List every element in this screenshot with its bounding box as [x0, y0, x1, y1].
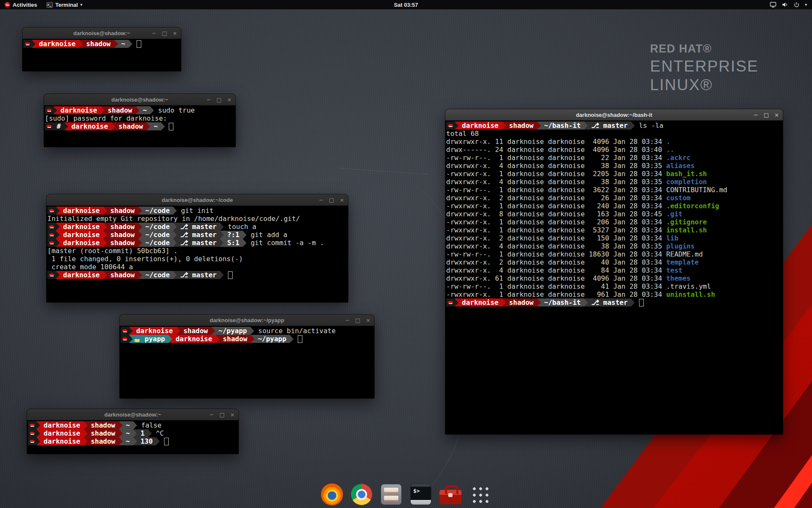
- powerline-separator-icon: [584, 121, 588, 130]
- terminal-text: ls -la: [635, 121, 663, 130]
- powerline-separator-icon: [211, 327, 215, 335]
- prompt-segment: darknoise: [40, 421, 84, 429]
- powerline-separator-icon: [56, 239, 60, 247]
- prompt-segment: ~: [123, 437, 134, 445]
- terminal-text: drwx------. 24 darknoise darknoise 4096 …: [446, 146, 666, 154]
- clock[interactable]: Sat 03:57: [394, 2, 418, 8]
- window-title: darknoise@shadow:~/bash-it: [576, 112, 653, 118]
- close-button[interactable]: ×: [230, 412, 235, 417]
- powerline-separator-icon: [133, 421, 137, 429]
- powerline-separator-icon: [173, 231, 177, 239]
- terminal-content[interactable]: darknoiseshadow~/code git initInitialize…: [47, 206, 348, 302]
- toolbox-icon[interactable]: [439, 483, 461, 505]
- terminal-content[interactable]: darknoiseshadow~: [22, 39, 181, 71]
- terminal-text: ^C: [152, 429, 164, 437]
- powerline-separator-icon: [133, 437, 137, 445]
- terminal-text: create mode 100644 a: [47, 263, 133, 271]
- prompt-segment: darknoise: [60, 271, 103, 279]
- system-status-area[interactable]: ▾: [765, 0, 812, 9]
- firefox-icon[interactable]: [321, 483, 343, 505]
- redhat-icon: [28, 429, 36, 437]
- prompt-segment: ⎇ master: [177, 231, 220, 239]
- terminal-text: .editorconfig: [666, 202, 719, 210]
- terminal-line: darknoiseshadow~1 ^C: [28, 429, 239, 437]
- maximize-button[interactable]: □: [217, 97, 222, 102]
- window-titlebar[interactable]: darknoise@shadow:~ − □ ×: [27, 409, 239, 420]
- window-titlebar[interactable]: darknoise@shadow:~/pyapp − □ ×: [120, 315, 374, 326]
- prompt-segment: darknoise: [133, 327, 176, 335]
- maximize-button[interactable]: □: [355, 318, 360, 323]
- files-icon[interactable]: [380, 483, 402, 505]
- terminal-icon[interactable]: $>: [410, 483, 432, 505]
- display-icon: [770, 2, 776, 8]
- powerline-separator-icon: [129, 327, 133, 335]
- terminal-text: false: [137, 421, 162, 429]
- minimize-button[interactable]: −: [319, 197, 324, 203]
- terminal-text: aliases: [666, 162, 694, 170]
- powerline-separator-icon: [103, 239, 107, 247]
- powerline-separator-icon: [32, 40, 36, 48]
- terminal-line: darknoiseshadow~/code⎇ master: [47, 271, 348, 279]
- powerline-separator-icon: [148, 429, 152, 437]
- terminal-line: darknoiseshadow~/code git init: [47, 207, 348, 215]
- chrome-icon[interactable]: [351, 483, 373, 505]
- terminal-text: .ackrc: [666, 154, 691, 162]
- maximize-button[interactable]: □: [219, 412, 225, 417]
- terminal-text: custom: [666, 194, 691, 202]
- prompt-segment: ⎇ master: [177, 271, 220, 279]
- terminal-text: sudo true: [154, 106, 195, 114]
- close-button[interactable]: ×: [366, 318, 370, 323]
- maximize-button[interactable]: □: [162, 30, 167, 36]
- terminal-line: drwxrwxr-x. 8 darknoise darknoise 163 Ja…: [446, 210, 783, 218]
- powerline-separator-icon: [220, 231, 224, 239]
- terminal-line: darknoiseshadow~/bash-it⎇ master: [446, 298, 783, 306]
- powerline-separator-icon: [631, 121, 635, 130]
- close-button[interactable]: ×: [227, 97, 232, 102]
- branding-line-3: LINUX®: [650, 76, 758, 94]
- terminal-text: .: [666, 138, 670, 146]
- powerline-separator-icon: [56, 271, 60, 279]
- maximize-button[interactable]: □: [329, 197, 334, 203]
- maximize-button[interactable]: □: [764, 112, 769, 118]
- app-grid-icon[interactable]: [469, 483, 491, 505]
- window-titlebar[interactable]: darknoise@shadow:~ − □ ×: [22, 28, 181, 39]
- terminal-content[interactable]: darknoiseshadow~/bash-it⎇ master ls -lat…: [445, 121, 783, 434]
- redhat-icon: [47, 231, 56, 239]
- terminal-line: drwxrwxr-x. 2 darknoise darknoise 40 Jan…: [446, 258, 783, 266]
- terminal-content[interactable]: darknoiseshadow~ sudo true[sudo] passwor…: [44, 105, 236, 147]
- terminal-line: -rw-rw-r--. 1 darknoise darknoise 3622 J…: [446, 186, 783, 194]
- powerline-separator-icon: [173, 223, 177, 231]
- minimize-button[interactable]: −: [345, 318, 350, 323]
- terminal-text: plugins: [666, 242, 694, 250]
- prompt-segment: darknoise: [60, 223, 103, 231]
- minimize-button[interactable]: −: [754, 112, 758, 118]
- minimize-button[interactable]: −: [209, 412, 214, 417]
- powerline-separator-icon: [114, 40, 118, 48]
- powerline-separator-icon: [36, 437, 40, 445]
- redhat-icon: [446, 121, 455, 130]
- close-button[interactable]: ×: [340, 197, 344, 203]
- terminal-content[interactable]: darknoiseshadow~/pyapp source bin/activa…: [120, 326, 374, 398]
- window-titlebar[interactable]: darknoise@shadow:~ − □ ×: [44, 94, 236, 105]
- powerline-separator-icon: [129, 335, 133, 343]
- terminal-line: 1 file changed, 0 insertions(+), 0 delet…: [47, 255, 348, 263]
- window-titlebar[interactable]: darknoise@shadow:~/bash-it − □ ×: [445, 109, 783, 121]
- prompt-segment: ⎇ master: [588, 121, 631, 130]
- wallpaper-line: [338, 168, 429, 175]
- terminal-content[interactable]: darknoiseshadow~ falsedarknoiseshadow~1 …: [27, 420, 239, 454]
- activities-button[interactable]: Activities: [0, 0, 42, 9]
- close-button[interactable]: ×: [173, 30, 177, 36]
- powerline-separator-icon: [103, 271, 107, 279]
- terminal-text: drwxrwxr-x. 4 darknoise darknoise 84 Jan…: [446, 266, 666, 274]
- app-menu[interactable]: Terminal ▾: [42, 0, 87, 9]
- redhat-icon: [47, 271, 56, 279]
- minimize-button[interactable]: −: [206, 97, 211, 102]
- prompt-segment: ⎇ master: [177, 239, 220, 247]
- minimize-button[interactable]: −: [152, 30, 156, 36]
- prompt-segment: shadow: [88, 437, 119, 445]
- redhat-icon: [28, 421, 36, 429]
- close-button[interactable]: ×: [774, 112, 779, 118]
- powerline-separator-icon: [56, 231, 60, 239]
- window-titlebar[interactable]: darknoise@shadow:~/code − □ ×: [47, 194, 348, 206]
- prompt-segment: shadow: [104, 106, 136, 114]
